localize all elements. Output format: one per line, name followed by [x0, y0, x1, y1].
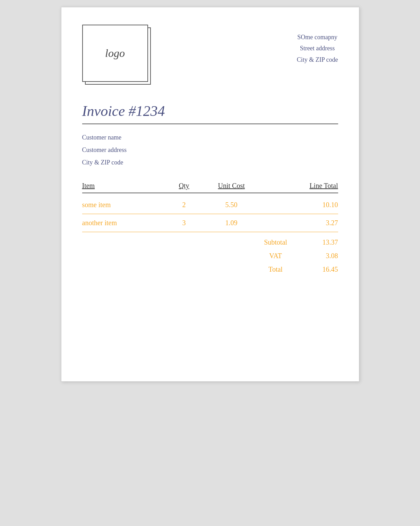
customer-info: Customer name Customer address City & ZI… [82, 131, 338, 169]
row2-unit-cost: 1.09 [197, 214, 266, 232]
row1-qty: 2 [171, 196, 197, 214]
title-divider [82, 124, 338, 124]
total-row: Total 16.45 [82, 263, 338, 276]
vat-label: VAT [255, 252, 297, 260]
row1-item: some item [82, 196, 171, 214]
subtotal-label: Subtotal [255, 238, 297, 246]
invoice-page: logo SOme comapny Street address City & … [61, 7, 359, 382]
subtotal-row: Subtotal 13.37 [82, 236, 338, 249]
company-address: Street address [297, 43, 338, 54]
table-row: another item 3 1.09 3.27 [82, 214, 338, 232]
customer-city-zip: City & ZIP code [82, 156, 338, 169]
table-header-row: Item Qty Unit Cost Line Total [82, 179, 338, 193]
table-row: some item 2 5.50 10.10 [82, 196, 338, 214]
row2-divider [82, 232, 338, 232]
company-city-zip: City & ZIP code [297, 54, 338, 65]
customer-address: Customer address [82, 144, 338, 156]
logo-wrapper: logo [82, 25, 148, 82]
company-name: SOme comapny [297, 32, 338, 43]
col-line-total: Line Total [265, 179, 338, 193]
totals-section: Subtotal 13.37 VAT 3.08 Total 16.45 [82, 236, 338, 276]
row2-line-total: 3.27 [265, 214, 338, 232]
row1-unit-cost: 5.50 [197, 196, 266, 214]
col-unit-cost: Unit Cost [197, 179, 266, 193]
invoice-header: logo SOme comapny Street address City & … [82, 25, 338, 82]
subtotal-value: 13.37 [303, 238, 338, 246]
header-divider-row [82, 193, 338, 196]
logo-text: logo [105, 47, 125, 60]
invoice-title: Invoice #1234 [82, 103, 338, 119]
vat-row: VAT 3.08 [82, 249, 338, 263]
logo-box: logo [82, 25, 148, 82]
total-label: Total [255, 265, 297, 273]
row1-line-total: 10.10 [265, 196, 338, 214]
col-item: Item [82, 179, 171, 193]
company-info: SOme comapny Street address City & ZIP c… [297, 32, 338, 65]
col-qty: Qty [171, 179, 197, 193]
row2-item: another item [82, 214, 171, 232]
invoice-table: Item Qty Unit Cost Line Total some item … [82, 179, 338, 232]
row2-qty: 3 [171, 214, 197, 232]
customer-name: Customer name [82, 131, 338, 144]
vat-value: 3.08 [303, 252, 338, 260]
total-value: 16.45 [303, 265, 338, 273]
